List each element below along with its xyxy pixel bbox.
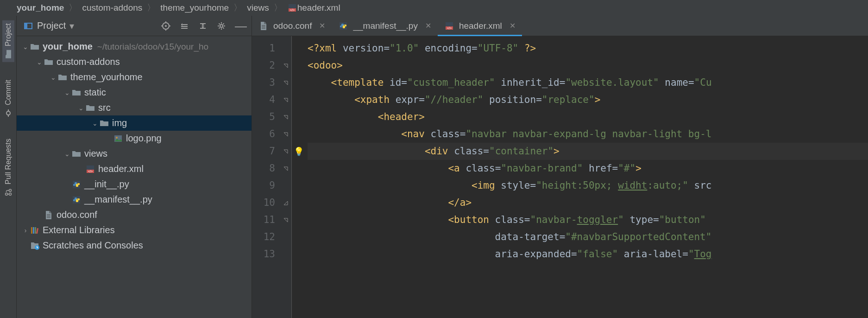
breadcrumb-separator: 〉 (69, 2, 77, 14)
tree-label: src (98, 102, 111, 113)
tool-project[interactable]: Project (2, 20, 14, 62)
editor-area: odoo.conf✕__manifest__.py✕</>header.xml✕… (252, 16, 868, 318)
line-number: 9 (252, 177, 275, 194)
tree-label: views (84, 148, 107, 159)
chevron-down-icon[interactable]: ⌄ (35, 58, 44, 66)
chevron-down-icon[interactable]: ⌄ (77, 104, 85, 112)
code-line[interactable]: <button class="navbar-toggler" type="but… (308, 211, 868, 229)
close-tab-icon[interactable]: ✕ (319, 21, 325, 30)
code-line[interactable]: <xpath expr="//header" position="replace… (308, 91, 868, 108)
folder-icon (71, 149, 82, 159)
folder-icon (3, 49, 13, 59)
tree-row[interactable]: logo.png (17, 131, 252, 146)
inspection-gutter[interactable]: 💡 (292, 36, 306, 318)
line-number: 7 (252, 143, 275, 160)
fold-open-icon[interactable] (283, 143, 288, 160)
svg-rect-27 (35, 227, 36, 234)
fold-open-icon[interactable] (283, 91, 288, 108)
tree-row[interactable]: ⌄src (17, 100, 252, 115)
file-icon (258, 21, 269, 31)
tree-row[interactable]: ⌄img (17, 115, 252, 131)
code-line[interactable]: <nav class="navbar navbar-expand-lg navb… (308, 126, 868, 143)
breadcrumb-item[interactable]: theme_yourhome (160, 3, 229, 13)
close-tab-icon[interactable]: ✕ (509, 21, 516, 30)
code-content[interactable]: <?xml version="1.0" encoding="UTF-8" ?><… (306, 36, 868, 318)
editor-body[interactable]: 12345678910111213 💡 <?xml version="1.0" … (252, 36, 868, 318)
tree-label: External Libraries (43, 225, 115, 235)
tool-pull-requests[interactable]: Pull Requests (2, 136, 14, 200)
code-line[interactable]: <odoo> (308, 57, 868, 74)
chevron-down-icon[interactable]: ⌄ (63, 150, 71, 158)
chevron-down-icon[interactable]: ⌄ (21, 43, 30, 51)
tab-label: odoo.conf (273, 21, 312, 31)
tree-row[interactable]: Scratches and Consoles (17, 238, 252, 253)
fold-open-icon[interactable] (283, 74, 288, 91)
intention-bulb-icon[interactable]: 💡 (294, 143, 304, 160)
svg-rect-10 (25, 23, 27, 29)
locate-icon[interactable] (161, 21, 171, 31)
fold-close-icon[interactable] (283, 194, 288, 211)
expand-all-icon[interactable] (179, 21, 189, 31)
fold-gutter[interactable] (280, 36, 292, 318)
chevron-right-icon[interactable]: › (21, 227, 30, 234)
tree-row[interactable]: ›External Libraries (17, 223, 252, 238)
code-line[interactable]: data-target="#navbarSupportedContent" (308, 229, 868, 246)
breadcrumb-item[interactable]: your_home (17, 3, 64, 13)
tree-row[interactable]: __manifest__.py (17, 192, 252, 207)
scratch-icon (30, 241, 40, 251)
breadcrumb-item[interactable]: </> header.xml (287, 3, 340, 13)
code-line[interactable]: aria-expanded="false" aria-label="Tog (308, 246, 868, 263)
fold-open-icon[interactable] (283, 57, 288, 74)
line-number: 13 (252, 246, 275, 263)
fold-open-icon[interactable] (283, 211, 288, 229)
code-line[interactable]: </a> (308, 194, 868, 211)
tree-row[interactable]: </>header.xml (17, 161, 252, 177)
tool-label: Project (4, 23, 13, 46)
folder-icon (85, 103, 95, 113)
close-tab-icon[interactable]: ✕ (425, 21, 431, 30)
fold-open-icon[interactable] (283, 126, 288, 143)
hide-panel-icon[interactable]: — (235, 23, 247, 29)
svg-point-12 (165, 25, 167, 27)
tree-row[interactable]: ⌄static (17, 85, 252, 100)
tree-label: theme_yourhome (70, 72, 143, 83)
code-line[interactable]: <header> (308, 108, 868, 126)
editor-tab[interactable]: __manifest__.py✕ (332, 16, 437, 36)
xml-icon: </> (444, 21, 454, 31)
line-number: 3 (252, 74, 275, 91)
tree-row[interactable]: ⌄views (17, 146, 252, 161)
editor-tab[interactable]: odoo.conf✕ (252, 16, 332, 36)
breadcrumb-label: your_home (17, 3, 64, 13)
chevron-down-icon[interactable]: ⌄ (91, 120, 99, 127)
line-number: 2 (252, 57, 275, 74)
tree-row[interactable]: ⌄custom-addons (17, 54, 252, 70)
libs-icon (30, 225, 40, 235)
breadcrumb-item[interactable]: custom-addons (82, 3, 142, 13)
collapse-all-icon[interactable] (198, 21, 208, 31)
fold-open-icon[interactable] (283, 108, 288, 126)
tree-row[interactable]: __init__.py (17, 177, 252, 192)
project-tree[interactable]: ⌄your_home~/tutorials/odoo/v15/your_ho⌄c… (17, 36, 252, 318)
tree-label: img (112, 118, 127, 128)
fold-open-icon[interactable] (283, 160, 288, 177)
project-view-dropdown-icon[interactable]: ▾ (69, 20, 74, 32)
breadcrumb-item[interactable]: views (247, 3, 269, 13)
settings-icon[interactable] (216, 21, 226, 31)
tree-row[interactable]: odoo.conf (17, 207, 252, 223)
line-number: 4 (252, 91, 275, 108)
code-line[interactable]: <a class="navbar-brand" href="#"> (308, 160, 868, 177)
svg-rect-25 (31, 227, 32, 234)
folder-icon (44, 57, 54, 67)
editor-tab[interactable]: </>header.xml✕ (438, 16, 522, 36)
tree-label: your_home (43, 41, 93, 52)
code-line[interactable]: <?xml version="1.0" encoding="UTF-8" ?> (308, 40, 868, 57)
code-line[interactable]: <div class="container"> (308, 143, 868, 160)
tree-row[interactable]: ⌄your_home~/tutorials/odoo/v15/your_ho (17, 39, 252, 54)
chevron-down-icon[interactable]: ⌄ (63, 89, 71, 96)
code-line[interactable]: <template id="custom_header" inherit_id=… (308, 74, 868, 91)
code-line[interactable]: <img style="height:50px; widht:auto;" sr… (308, 177, 868, 194)
line-number: 11 (252, 211, 275, 229)
tool-commit[interactable]: Commit (2, 77, 14, 121)
tree-row[interactable]: ⌄theme_yourhome (17, 70, 252, 85)
chevron-down-icon[interactable]: ⌄ (49, 74, 57, 81)
